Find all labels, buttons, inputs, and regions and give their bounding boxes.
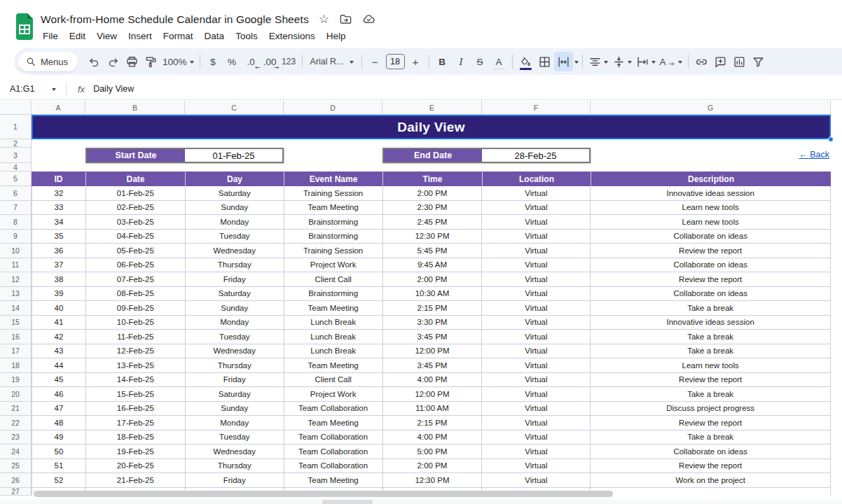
cell[interactable]: 39 [32,287,86,301]
column-header-E[interactable]: E [382,101,482,115]
row-header-25[interactable]: 25 [0,459,32,474]
italic-button[interactable]: I [452,52,471,71]
row-header-11[interactable]: 11 [0,258,32,273]
cell[interactable]: 42 [32,330,86,344]
cell[interactable] [591,488,831,496]
row-header-6[interactable]: 6 [0,186,32,201]
cell[interactable]: Review the report [591,416,831,430]
insert-chart-button[interactable] [730,52,749,71]
cell[interactable]: Team Collaboration [284,444,383,458]
cell[interactable]: Virtual [482,358,591,372]
horizontal-align-button[interactable] [586,52,610,71]
end-date-value[interactable]: 28-Feb-25 [482,149,589,162]
cell[interactable]: Virtual [482,186,591,200]
cell[interactable]: Sunday [186,201,284,215]
cell[interactable]: Discuss project progress [591,402,831,416]
cell[interactable]: Take a break [591,344,831,358]
cell[interactable]: 14-Feb-25 [86,373,186,387]
cell[interactable]: Training Session [284,186,383,200]
cell[interactable]: 3:30 PM [383,316,483,330]
row-header-16[interactable]: 16 [0,330,32,344]
cell[interactable]: 52 [32,473,86,487]
bold-button[interactable]: B [433,52,452,71]
cell[interactable]: 15-Feb-25 [86,387,186,401]
cell[interactable]: 48 [32,416,86,430]
row-header-9[interactable]: 9 [0,230,32,244]
row-header-3[interactable]: 3 [0,148,32,163]
cell[interactable]: Team Collaboration [284,402,383,416]
cell[interactable]: Collaborate on ideas [591,230,831,244]
row-header-21[interactable]: 21 [0,402,32,416]
cell[interactable]: 40 [32,301,86,315]
create-filter-button[interactable] [749,52,768,71]
cell[interactable]: Virtual [482,430,591,444]
cell[interactable]: 03-Feb-25 [86,215,186,229]
cell[interactable]: Team Meeting [284,416,383,430]
table-header-id[interactable]: ID [32,172,85,186]
row-header-15[interactable]: 15 [0,316,32,330]
cell[interactable]: 21-Feb-25 [86,473,186,487]
cell[interactable]: Thursday [186,358,284,372]
cell[interactable]: 12-Feb-25 [86,344,186,358]
column-header-G[interactable]: G [591,101,831,115]
cell[interactable]: 10:30 AM [383,287,483,301]
cell[interactable]: 33 [32,201,86,215]
row-header-22[interactable]: 22 [0,416,32,430]
cell[interactable]: 2:00 PM [383,186,483,200]
zoom-select[interactable]: 100% [160,52,196,71]
selection-fill-handle[interactable] [828,136,834,142]
cell[interactable]: Innovative ideas session [591,186,831,200]
cell[interactable]: 2:30 PM [383,201,483,215]
cell[interactable]: Training Session [284,244,383,258]
menu-item-view[interactable]: View [91,29,123,43]
cell[interactable]: Take a break [591,330,831,344]
cell[interactable]: Thursday [186,459,284,473]
name-box[interactable]: A1:G1 [0,84,62,94]
cell[interactable]: Virtual [482,287,591,301]
merge-options-chevron-icon[interactable] [574,61,579,66]
print-button[interactable] [123,52,142,71]
cell[interactable]: Team Collaboration [284,459,383,473]
cell[interactable]: Brainstorming [284,287,383,301]
cell[interactable]: 12:30 PM [383,473,483,487]
cell[interactable]: 45 [32,373,86,387]
undo-button[interactable] [85,52,104,71]
cell[interactable]: Virtual [482,473,591,487]
column-header-C[interactable]: C [185,101,284,115]
google-sheets-logo[interactable] [15,13,34,40]
row-header-13[interactable]: 13 [0,287,32,302]
cell[interactable]: Tuesday [186,430,284,444]
cell[interactable]: Tuesday [186,230,284,244]
cell[interactable]: Learn new tools [591,215,831,229]
move-to-folder-icon[interactable] [339,13,352,26]
cell[interactable]: Take a break [591,430,831,444]
cell[interactable]: 07-Feb-25 [86,272,186,286]
cell[interactable]: Review the report [591,459,831,473]
cell[interactable]: 2:45 PM [383,215,483,229]
table-header-event-name[interactable]: Event Name [284,172,382,186]
cell[interactable]: Team Meeting [284,473,383,487]
cell[interactable]: Collaborate on ideas [591,287,831,301]
column-header-B[interactable]: B [85,101,185,115]
cell[interactable]: 12:00 PM [383,387,483,401]
cell[interactable]: 02-Feb-25 [86,201,186,215]
cell[interactable]: Lunch Break [284,316,383,330]
cell[interactable]: Virtual [482,402,591,416]
row-header-1[interactable]: 1 [0,115,32,139]
cell[interactable]: 10-Feb-25 [86,316,186,330]
decrease-font-size-button[interactable]: − [366,52,385,71]
cell[interactable]: 44 [32,358,86,372]
horizontal-scrollbar[interactable] [34,491,613,497]
cell[interactable]: Thursday [186,258,284,272]
column-header-A[interactable]: A [32,101,85,115]
cell[interactable]: Innovative ideas session [591,316,831,330]
cell[interactable]: Monday [186,416,284,430]
row-header-20[interactable]: 20 [0,387,32,402]
cell[interactable]: Virtual [482,316,591,330]
row-header-26[interactable]: 26 [0,473,32,488]
cell[interactable]: Team Collaboration [284,430,383,444]
paint-format-button[interactable] [142,52,160,71]
cell[interactable]: 01-Feb-25 [86,186,186,200]
cell[interactable]: Virtual [482,272,591,286]
cell[interactable]: Team Meeting [284,301,383,315]
